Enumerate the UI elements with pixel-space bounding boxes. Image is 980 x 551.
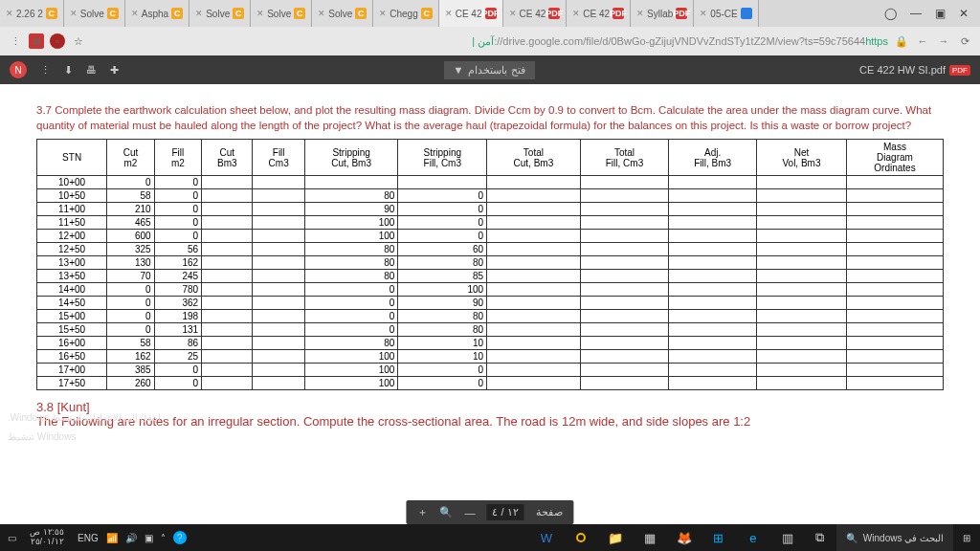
browser-tab[interactable]: ✕SolveC xyxy=(312,0,373,27)
browser-tab[interactable]: ✕SolveC xyxy=(64,0,125,27)
lang-indicator[interactable]: ENG xyxy=(78,533,99,543)
minimize-icon[interactable]: — xyxy=(910,7,922,20)
tab-close-icon[interactable]: ✕ xyxy=(70,9,78,18)
table-cell xyxy=(580,283,669,297)
app-files[interactable]: 📁 xyxy=(599,524,632,551)
browser-tab[interactable]: ✕SyllabPDF xyxy=(631,0,694,27)
table-cell: 100 xyxy=(304,377,397,390)
tab-close-icon[interactable]: ✕ xyxy=(6,9,13,18)
table-cell xyxy=(669,176,757,189)
table-cell: 0 xyxy=(398,189,487,203)
tab-close-icon[interactable]: ✕ xyxy=(509,9,517,18)
taskview-icon[interactable]: ⧉ xyxy=(804,530,836,545)
table-cell: 14+50 xyxy=(37,297,107,310)
download-icon[interactable]: ⬇ xyxy=(64,64,73,77)
table-cell xyxy=(846,270,943,283)
table-cell xyxy=(253,203,305,216)
table-cell xyxy=(487,310,580,323)
table-cell: 10+00 xyxy=(37,176,107,189)
forward-icon[interactable]: → xyxy=(936,33,951,49)
app-calc[interactable]: ▦ xyxy=(634,524,666,551)
browser-tab[interactable]: ✕2.26 2C xyxy=(0,0,64,27)
app-word[interactable]: W xyxy=(530,524,563,551)
fit-icon[interactable]: — xyxy=(464,507,475,518)
table-cell xyxy=(846,243,943,256)
table-cell xyxy=(669,256,757,270)
table-cell: 14+00 xyxy=(37,283,107,297)
tab-close-icon[interactable]: ✕ xyxy=(379,9,387,18)
menu-icon[interactable]: ⋮ xyxy=(8,33,23,49)
app-store[interactable]: ⊞ xyxy=(702,524,735,551)
zoom-out-icon[interactable]: 🔍 xyxy=(439,506,453,518)
table-cell xyxy=(202,323,253,337)
tab-close-icon[interactable]: ✕ xyxy=(195,9,203,18)
tray-icon[interactable]: ▣ xyxy=(145,533,153,543)
bookmark-icon[interactable]: ☆ xyxy=(71,33,86,49)
app-edge[interactable]: e xyxy=(737,524,769,551)
print-icon[interactable]: 🖶 xyxy=(86,64,97,76)
app-chrome[interactable] xyxy=(565,524,597,551)
table-cell xyxy=(757,297,847,310)
tab-close-icon[interactable]: ✕ xyxy=(636,9,644,18)
browser-tab[interactable]: ✕CE 42PDF xyxy=(439,0,503,27)
volume-icon[interactable]: 🔊 xyxy=(125,533,137,543)
table-cell xyxy=(487,297,580,310)
addtodrive-icon[interactable]: ✚ xyxy=(110,64,119,77)
table-cell xyxy=(846,256,943,270)
table-cell xyxy=(580,297,669,310)
browser-tab[interactable]: ✕CE 42PDF xyxy=(503,0,568,27)
close-icon[interactable]: ✕ xyxy=(959,7,969,20)
clock[interactable]: ١٢:٥٥ ص٢٥/٠١/١٢ xyxy=(24,528,70,547)
start-button[interactable]: ⊞ xyxy=(953,533,980,543)
zoom-in-icon[interactable]: ＋ xyxy=(417,505,428,519)
table-cell xyxy=(253,323,305,337)
browser-tab[interactable]: ✕AsphaC xyxy=(125,0,189,27)
chevron-up-icon[interactable]: ˄ xyxy=(161,533,166,543)
browser-tab[interactable]: ✕CE 42PDF xyxy=(567,0,631,27)
table-cell: 16+50 xyxy=(37,350,107,364)
table-cell: 0 xyxy=(107,297,154,310)
app-firefox[interactable]: 🦊 xyxy=(668,524,701,551)
tab-close-icon[interactable]: ✕ xyxy=(256,9,264,18)
app-item[interactable]: ▥ xyxy=(771,524,804,551)
table-cell: 13+00 xyxy=(37,256,107,270)
table-cell: 0 xyxy=(107,310,154,323)
table-cell xyxy=(580,256,669,270)
refresh-icon[interactable]: ⟳ xyxy=(957,33,972,49)
table-cell xyxy=(487,256,580,270)
table-cell xyxy=(202,256,253,270)
tab-close-icon[interactable]: ✕ xyxy=(700,9,707,18)
table-cell xyxy=(757,230,847,243)
browser-tab[interactable]: ✕CheggC xyxy=(373,0,438,27)
table-cell: 0 xyxy=(107,283,154,297)
notifications-icon[interactable]: ▭ xyxy=(8,533,16,543)
tab-favicon: C xyxy=(107,8,119,19)
browser-tab[interactable]: ✕SolveC xyxy=(189,0,251,27)
table-cell: 12+50 xyxy=(37,243,107,256)
tab-close-icon[interactable]: ✕ xyxy=(445,9,453,18)
open-with-dropdown[interactable]: ▼ فتح باستخدام xyxy=(444,61,535,79)
extension-icon[interactable]: » xyxy=(50,33,65,49)
tab-close-icon[interactable]: ✕ xyxy=(318,9,325,18)
table-cell xyxy=(846,230,943,243)
table-cell: 260 xyxy=(107,377,154,390)
browser-tab[interactable]: ✕05-CE xyxy=(694,0,758,27)
user-icon[interactable]: ◯ xyxy=(884,7,897,20)
tab-close-icon[interactable]: ✕ xyxy=(131,9,139,18)
browser-tab[interactable]: ✕SolveC xyxy=(251,0,312,27)
tab-favicon: C xyxy=(233,8,244,19)
tab-favicon: PDF xyxy=(612,8,624,19)
help-icon[interactable]: ? xyxy=(173,531,187,544)
tab-close-icon[interactable]: ✕ xyxy=(572,9,580,18)
search-box[interactable]: البحث في Windows 🔍 xyxy=(836,524,953,551)
wifi-icon[interactable]: 📶 xyxy=(106,533,118,543)
extension-icon[interactable]: ▦ xyxy=(29,33,44,49)
back-icon[interactable]: ← xyxy=(915,33,930,49)
address-bar[interactable]: | آمن://drive.google.com/file/d/0BwGo-gZ… xyxy=(92,35,888,48)
more-icon[interactable]: ⋮ xyxy=(40,64,51,77)
maximize-icon[interactable]: ▣ xyxy=(935,7,946,20)
avatar[interactable]: N xyxy=(10,61,27,78)
column-header: Fillm2 xyxy=(154,140,201,176)
table-cell xyxy=(757,216,847,230)
table-cell xyxy=(487,230,580,243)
